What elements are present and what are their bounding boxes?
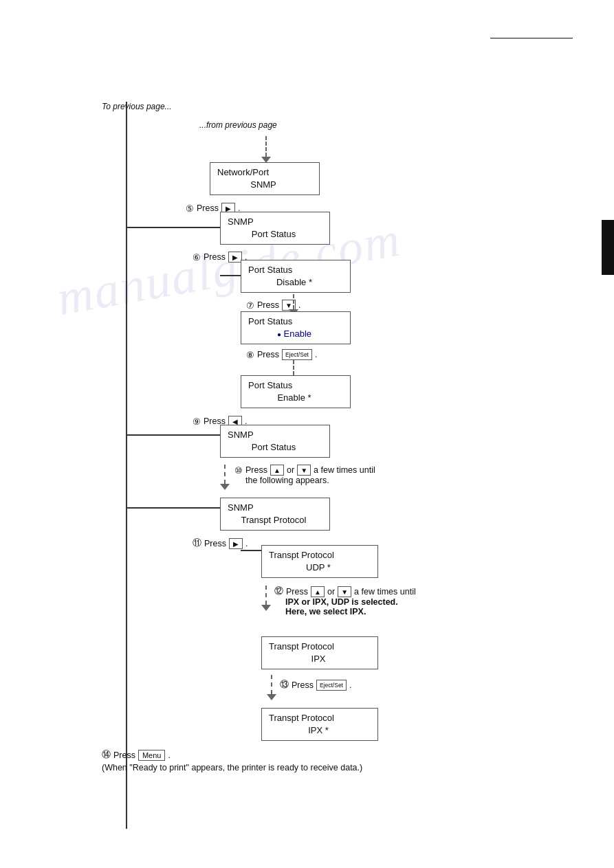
step-7-suffix: . [298, 300, 300, 310]
step-12-btn-down [338, 586, 351, 597]
step-13-block: ⑬ Press Eject/Set . [267, 675, 351, 702]
connector-to-snmp-ps2 [126, 434, 220, 436]
box-pse2-line2: Enable * [248, 392, 340, 404]
step-5-label: Press [197, 203, 219, 213]
step-9-num: ⑨ [193, 416, 201, 427]
step-11-row: ⑪ Press . [193, 537, 248, 549]
box-psd-line2: Disable * [248, 276, 340, 289]
step-6-num: ⑥ [193, 252, 201, 263]
step-10-btn-up [270, 465, 284, 476]
box-port-status-disable: Port Status Disable * [241, 260, 351, 293]
step-12-or: or [327, 587, 335, 597]
connector-6-to-disable [220, 265, 241, 276]
step-6-label: Press [204, 252, 226, 262]
step-8-suffix: . [315, 350, 317, 359]
step-5-num: ⑤ [186, 203, 194, 214]
box-transpt-udp: Transpt Protocol UDP * [261, 545, 378, 578]
step-14-suffix: . [168, 750, 170, 760]
connector-to-snmp-transpt [126, 507, 220, 509]
step-11-btn [229, 538, 243, 549]
box-pse2-line1: Port Status [248, 379, 340, 392]
step-8-row: ⑧ Press Eject/Set . [246, 349, 317, 360]
step-8-num: ⑧ [246, 350, 254, 360]
box-snmp-transpt: SNMP Transpt Protocol [220, 498, 330, 531]
box-st-line1: SNMP [228, 502, 320, 514]
step-12-btn-up [311, 586, 325, 597]
box-network-snmp-line1: Network/Port [217, 166, 309, 179]
box-st-line2: Transpt Protocol [228, 514, 320, 526]
box-snmp-ps2-line2: Port Status [228, 441, 320, 454]
box-ipx2-line1: Transpt Protocol [269, 712, 368, 724]
step-13-label: Press [292, 680, 314, 690]
step-10-suffix: a few times until [314, 465, 375, 475]
bottom-note: (When "Ready to print" appears, the prin… [102, 763, 362, 772]
box-ipx2-line2: IPX * [269, 724, 368, 737]
box-ipx1-line2: IPX [269, 653, 368, 665]
step-14-label: Press [113, 750, 135, 760]
box-pse1-line1: Port Status [248, 315, 340, 328]
step-11-label: Press [204, 539, 226, 548]
top-right-line [490, 38, 573, 38]
step-6-btn [228, 252, 242, 263]
step-8-label: Press [257, 350, 279, 359]
step-12-extra2: Here, we select IPX. [285, 607, 416, 616]
step-8-btn: Eject/Set [282, 349, 312, 360]
box-snmp-ps1-line1: SNMP [228, 216, 320, 228]
step-7-num: ⑦ [246, 300, 254, 311]
box-network-snmp: Network/Port SNMP [210, 162, 320, 195]
from-prev-page-label: ...from previous page [199, 120, 277, 130]
step-11-suffix: . [245, 539, 248, 548]
step-10-num: ⑩ [234, 465, 243, 476]
step-6-row: ⑥ Press . [193, 252, 247, 263]
box-snmp-ps2-line1: SNMP [228, 429, 320, 441]
box-snmp-ps1-line2: Port Status [228, 228, 320, 241]
step-13-num: ⑬ [280, 679, 289, 691]
box-port-status-enable2: Port Status Enable * [241, 375, 351, 408]
step-14-num: ⑭ [102, 749, 111, 761]
step-11-num: ⑪ [193, 537, 201, 549]
step-14-row: ⑭ Press Menu . [102, 749, 171, 761]
step-10-extra: the following appears. [245, 476, 375, 485]
top-dashed-connector [261, 136, 271, 163]
box-psd-line1: Port Status [248, 264, 340, 276]
connector-11-to-transpt-udp [241, 550, 261, 551]
box-transpt-ipx1: Transpt Protocol IPX [261, 636, 378, 669]
box-udp-line2: UDP * [269, 561, 368, 574]
right-tab [602, 220, 614, 275]
step-13-btn: Eject/Set [316, 680, 347, 691]
left-vertical-line [126, 102, 127, 829]
page-container: manualgide.com To previous page... ...fr… [0, 0, 614, 868]
step-7-label: Press [257, 300, 279, 310]
step-12-block: ⑫ Press or a few times until IPX or IPX,… [261, 586, 416, 616]
step-12-suffix: a few times until [354, 587, 416, 597]
step-10-or: or [287, 465, 294, 475]
step-12-num: ⑫ [274, 586, 283, 597]
step-12-extra1: IPX or IPX, UDP is selected. [285, 597, 416, 607]
box-pse1-line2: ● Enable [248, 328, 340, 340]
box-port-status-enable1: Port Status ● Enable [241, 311, 351, 344]
box-ipx1-line1: Transpt Protocol [269, 641, 368, 653]
box-snmp-port-status1: SNMP Port Status [220, 212, 330, 245]
connector-5-to-snmp [126, 217, 220, 228]
step-10-btn-down [297, 465, 311, 476]
step-14-btn: Menu [138, 750, 166, 761]
box-network-snmp-line2: SNMP [217, 179, 309, 191]
step-10-label: Press [245, 465, 267, 475]
to-prev-page-label: To previous page... [102, 102, 172, 111]
box-snmp-port-status2: SNMP Port Status [220, 425, 330, 458]
step-13-suffix: . [349, 680, 351, 690]
step-10-block: ⑩ Press or a few times until the followi… [220, 465, 375, 491]
box-transpt-ipx2: Transpt Protocol IPX * [261, 708, 378, 741]
step-12-label: Press [286, 587, 308, 597]
box-udp-line1: Transpt Protocol [269, 549, 368, 561]
